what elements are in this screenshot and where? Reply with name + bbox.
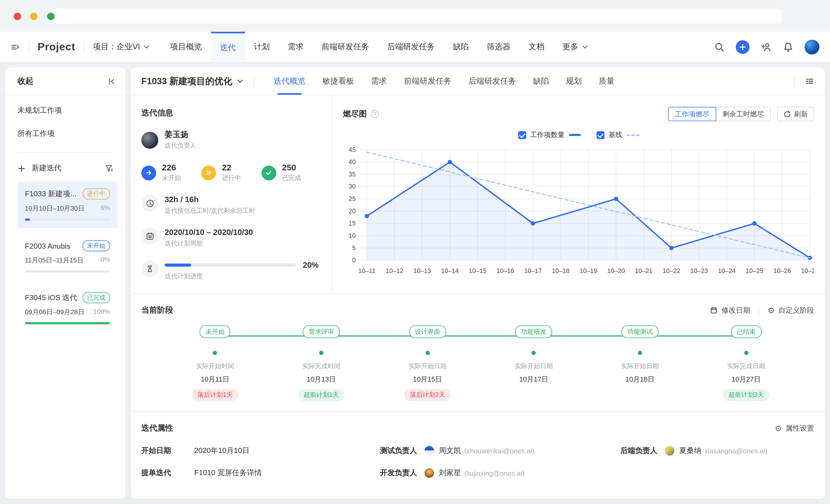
nav-tab-frontend-tasks[interactable]: 前端研发任务 bbox=[313, 32, 378, 62]
plan-progress-percent: 20% bbox=[303, 260, 319, 269]
new-iteration-button[interactable]: 新建迭代 bbox=[32, 164, 61, 173]
person-email: (liujiaxing@ones.ai) bbox=[464, 469, 524, 477]
tab-agile-board[interactable]: 敏捷看板 bbox=[314, 68, 362, 95]
collapse-left-icon[interactable] bbox=[107, 77, 116, 86]
stage-date: 10月13日 bbox=[268, 375, 375, 384]
mode-workitem-burndown[interactable]: 工作项燃尽 bbox=[668, 107, 716, 121]
window-zoom-button[interactable] bbox=[47, 13, 55, 20]
sidebar-item-unplanned[interactable]: 未规划工作项 bbox=[18, 106, 118, 115]
current-stage-section: 当前阶段 修改日期 ⚙ 自定义阶段 bbox=[131, 294, 825, 411]
attribute-settings-label: 属性设置 bbox=[786, 424, 814, 433]
chart-x-tick: 10–23 bbox=[691, 267, 708, 274]
create-button[interactable] bbox=[736, 40, 749, 54]
check-icon bbox=[261, 165, 276, 180]
avatar[interactable] bbox=[665, 446, 674, 456]
attr-label: 开发负责人 bbox=[380, 468, 417, 478]
tab-defects[interactable]: 缺陷 bbox=[524, 68, 557, 95]
avatar[interactable] bbox=[424, 446, 434, 456]
sidebar-item-all[interactable]: 所有工作项 bbox=[18, 129, 118, 139]
list-icon[interactable] bbox=[805, 77, 814, 86]
nav-right-actions bbox=[714, 39, 820, 54]
nav-tab-docs[interactable]: 文档 bbox=[519, 32, 553, 62]
tab-iteration-overview[interactable]: 迭代概览 bbox=[265, 68, 314, 95]
tab-planning[interactable]: 规划 bbox=[557, 68, 590, 95]
collapse-label[interactable]: 收起 bbox=[18, 76, 33, 86]
nav-tab-filters[interactable]: 筛选器 bbox=[478, 32, 519, 62]
chart-x-tick: 10–12 bbox=[386, 267, 403, 274]
project-selector-label: 项目：企业VI bbox=[93, 42, 140, 52]
legend-solid-line-swatch bbox=[569, 134, 580, 136]
stage-header: 当前阶段 修改日期 ⚙ 自定义阶段 bbox=[141, 305, 814, 315]
plan-progress-row: 20% 迭代计划进度 bbox=[141, 260, 321, 281]
help-icon[interactable]: ? bbox=[371, 110, 379, 118]
nav-tab-plan[interactable]: 计划 bbox=[245, 32, 279, 62]
nav-tab-more-label: 更多 bbox=[562, 42, 578, 52]
attr-label: 开始日期 bbox=[141, 446, 194, 456]
iteration-title-dropdown[interactable]: F1033 新建项目的优化 bbox=[141, 75, 244, 87]
stage-design-ui: 设计界面 实际开始日期 10月15日 落后计划2天 bbox=[375, 326, 481, 401]
section-title: 迭代属性 bbox=[141, 423, 173, 433]
tab-backend-tasks[interactable]: 后端研发任务 bbox=[460, 68, 524, 95]
app-logo: Project bbox=[37, 41, 75, 53]
burndown-panel: 燃尽图 ? 工作项燃尽 剩余工时燃尽 刷新 bbox=[332, 95, 825, 293]
person-name[interactable]: 夏桑纳 bbox=[679, 446, 701, 456]
nav-tab-defects[interactable]: 缺陷 bbox=[444, 32, 478, 62]
iteration-attributes-section: 迭代属性 ⚙ 属性设置 开始日期 2020年10月10日 测试负责人 周文凯 bbox=[131, 411, 825, 499]
address-bar[interactable] bbox=[56, 8, 782, 24]
stat-label: 已完成 bbox=[282, 173, 301, 182]
burndown-chart-area: 05101520253035404510–1110–1210–1310–1410… bbox=[343, 144, 814, 286]
add-user-icon[interactable] bbox=[761, 42, 772, 52]
nav-tab-iteration[interactable]: 迭代 bbox=[211, 32, 245, 62]
chart-data-point bbox=[614, 197, 618, 201]
burndown-actions: 工作项燃尽 剩余工时燃尽 刷新 bbox=[668, 107, 814, 121]
tab-frontend-tasks[interactable]: 前端研发任务 bbox=[395, 68, 460, 95]
browser-chrome bbox=[0, 0, 830, 32]
iteration-card-f2003[interactable]: F2003 Anubis 未开始 11月05日–11月15日 0% bbox=[18, 233, 118, 280]
person-name[interactable]: 刘家星 bbox=[439, 468, 461, 478]
timeline-dot bbox=[744, 351, 748, 355]
avatar[interactable] bbox=[141, 132, 158, 148]
modify-date-button[interactable]: 修改日期 bbox=[710, 306, 750, 315]
nav-tab-backend-tasks[interactable]: 后端研发任务 bbox=[378, 32, 444, 62]
plus-icon bbox=[739, 43, 746, 51]
nav-tab-requirement[interactable]: 需求 bbox=[279, 32, 313, 62]
nav-tab-more[interactable]: 更多 bbox=[553, 32, 597, 62]
chart-y-tick: 35 bbox=[349, 171, 356, 178]
avatar[interactable] bbox=[424, 468, 434, 478]
mode-hours-burndown[interactable]: 剩余工时燃尽 bbox=[716, 107, 771, 121]
user-avatar[interactable] bbox=[805, 39, 820, 54]
iteration-card-f3045[interactable]: F3045 iOS 迭代 已完成 09月06日–09月28日 100% bbox=[18, 285, 118, 332]
divider bbox=[759, 306, 759, 314]
plus-icon[interactable] bbox=[18, 164, 25, 172]
bell-icon[interactable] bbox=[783, 42, 794, 52]
tab-requirement[interactable]: 需求 bbox=[362, 68, 395, 95]
period-label: 迭代计划周期 bbox=[164, 239, 321, 248]
nav-tab-project-overview[interactable]: 项目概览 bbox=[161, 32, 211, 62]
refresh-button[interactable]: 刷新 bbox=[777, 107, 814, 121]
window-minimize-button[interactable] bbox=[30, 13, 38, 20]
tab-quality[interactable]: 质量 bbox=[590, 68, 623, 95]
sidebar-toggle-icon[interactable] bbox=[10, 42, 20, 51]
filter-icon[interactable] bbox=[105, 164, 113, 172]
stat-label: 未开始 bbox=[162, 173, 181, 182]
chart-x-tick: 10–19 bbox=[579, 267, 597, 274]
person-name[interactable]: 周文凯 bbox=[439, 446, 461, 456]
window-close-button[interactable] bbox=[14, 13, 21, 20]
stage-field-label: 实际完成时间 bbox=[268, 362, 375, 371]
chart-data-point bbox=[753, 222, 757, 226]
plan-progress-label: 迭代计划进度 bbox=[164, 272, 321, 281]
attr-label: 后端负责人 bbox=[620, 446, 658, 456]
overview-top-region: 迭代信息 姜玉扬 迭代负责人 bbox=[131, 95, 825, 294]
search-icon[interactable] bbox=[714, 42, 725, 52]
progress-track bbox=[25, 219, 110, 221]
customize-stage-button[interactable]: ⚙ 自定义阶段 bbox=[768, 306, 814, 315]
project-selector[interactable]: 项目：企业VI bbox=[93, 42, 150, 52]
nav-tabs: 项目概览 迭代 计划 需求 前端研发任务 后端研发任务 缺陷 筛选器 文档 更多 bbox=[161, 32, 597, 62]
stage-field-label: 实际完成日期 bbox=[693, 362, 799, 371]
attribute-settings-button[interactable]: ⚙ 属性设置 bbox=[775, 424, 814, 433]
chart-x-tick: 10–25 bbox=[746, 267, 763, 274]
refresh-icon bbox=[784, 110, 791, 118]
iteration-card-f1033[interactable]: F1033 新建项... 进行中 10月10日–10月30日 6% bbox=[18, 181, 118, 228]
checkbox-checked-icon[interactable] bbox=[518, 131, 526, 139]
checkbox-checked-icon[interactable] bbox=[596, 131, 604, 139]
